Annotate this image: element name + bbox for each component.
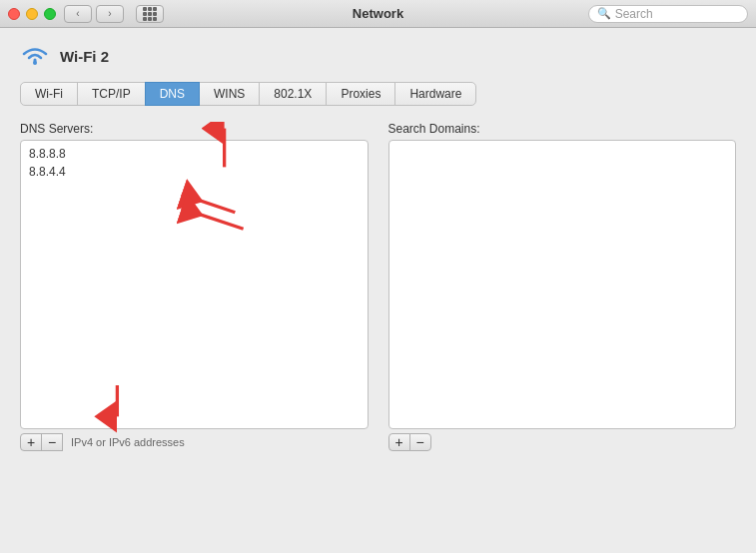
remove-domain-button[interactable]: −: [409, 433, 431, 451]
window-title: Network: [353, 6, 403, 21]
search-domains-label: Search Domains:: [388, 122, 737, 136]
tab-dns[interactable]: DNS: [145, 82, 200, 106]
tab-tcpip[interactable]: TCP/IP: [77, 82, 146, 106]
add-dns-button[interactable]: +: [20, 433, 42, 451]
dns-section-wrapper: DNS Servers: 8.8.8.8 8.8.4.4 + − IPv4 or…: [20, 122, 736, 451]
wifi-name: Wi-Fi 2: [60, 48, 109, 65]
grid-icon: [143, 7, 157, 21]
list-item: 8.8.4.4: [21, 163, 368, 181]
traffic-lights: [8, 8, 56, 20]
dns-hint: IPv4 or IPv6 addresses: [71, 436, 185, 448]
dns-servers-list[interactable]: 8.8.8.8 8.8.4.4: [20, 140, 369, 429]
tab-hardware[interactable]: Hardware: [394, 82, 476, 106]
list-item: 8.8.8.8: [21, 145, 368, 163]
main-content: Wi-Fi 2 Wi-Fi TCP/IP DNS WINS 802.1X Pro…: [0, 28, 756, 467]
dns-servers-column: DNS Servers: 8.8.8.8 8.8.4.4 + − IPv4 or…: [20, 122, 369, 451]
search-placeholder: Search: [615, 7, 653, 21]
tab-proxies[interactable]: Proxies: [326, 82, 395, 106]
search-domains-list[interactable]: [388, 140, 737, 429]
nav-buttons: ‹ ›: [64, 5, 124, 23]
remove-dns-button[interactable]: −: [41, 433, 63, 451]
search-box[interactable]: 🔍 Search: [588, 5, 748, 23]
tab-wins[interactable]: WINS: [199, 82, 260, 106]
minimize-button[interactable]: [26, 8, 38, 20]
svg-point-0: [33, 61, 37, 65]
search-domains-controls: + −: [388, 433, 737, 451]
titlebar: ‹ › Network 🔍 Search: [0, 0, 756, 28]
close-button[interactable]: [8, 8, 20, 20]
maximize-button[interactable]: [44, 8, 56, 20]
search-icon: 🔍: [597, 7, 611, 20]
dns-servers-controls: + − IPv4 or IPv6 addresses: [20, 433, 369, 451]
grid-view-button[interactable]: [136, 5, 164, 23]
add-domain-button[interactable]: +: [388, 433, 410, 451]
forward-button[interactable]: ›: [96, 5, 124, 23]
tab-wifi[interactable]: Wi-Fi: [20, 82, 78, 106]
tab-bar: Wi-Fi TCP/IP DNS WINS 802.1X Proxies Har…: [20, 82, 736, 106]
wifi-icon: [20, 44, 50, 68]
search-domains-column: Search Domains: + −: [388, 122, 737, 451]
dns-servers-label: DNS Servers:: [20, 122, 369, 136]
back-button[interactable]: ‹: [64, 5, 92, 23]
wifi-header: Wi-Fi 2: [20, 44, 736, 68]
tab-8021x[interactable]: 802.1X: [259, 82, 327, 106]
dns-panel: DNS Servers: 8.8.8.8 8.8.4.4 + − IPv4 or…: [20, 122, 736, 451]
